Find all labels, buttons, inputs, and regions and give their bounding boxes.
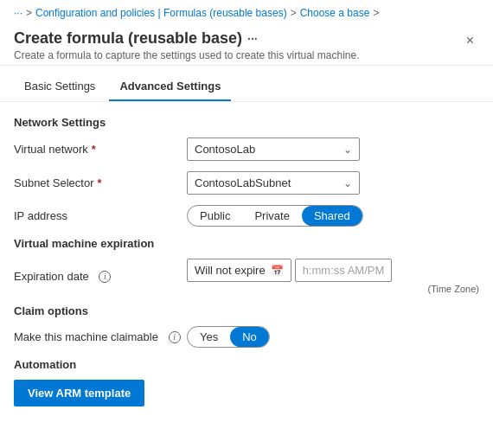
ip-option-private[interactable]: Private (242, 206, 301, 226)
timezone-note: (Time Zone) (187, 284, 479, 294)
required-star-subnet: * (98, 176, 102, 189)
subnet-value: ContosoLabSubnet (195, 176, 291, 189)
date-input-field[interactable]: Will not expire 📅 (187, 259, 291, 282)
virtual-network-value: ContosoLab (195, 143, 255, 156)
expiration-date-label: Expiration date i (14, 270, 187, 283)
claimable-label: Make this machine claimable i (14, 330, 187, 343)
network-settings-title: Network Settings (14, 116, 479, 129)
panel-title-row: Create formula (reusable base) ··· (14, 29, 360, 48)
subnet-row: Subnet Selector * ContosoLabSubnet ⌄ (14, 171, 479, 195)
date-time-row: Will not expire 📅 h:mm:ss AM/PM (187, 259, 479, 282)
claim-options-title: Claim options (14, 304, 479, 317)
vnet-chevron-icon: ⌄ (343, 144, 352, 156)
claimable-toggle-group: Yes No (187, 326, 270, 348)
claimable-no[interactable]: No (230, 327, 269, 347)
tab-basic[interactable]: Basic Settings (14, 73, 106, 101)
tab-advanced[interactable]: Advanced Settings (109, 73, 231, 101)
time-input-field[interactable]: h:mm:ss AM/PM (295, 259, 393, 282)
virtual-network-control: ContosoLab ⌄ (187, 138, 479, 161)
subnet-dropdown[interactable]: ContosoLabSubnet ⌄ (187, 171, 360, 195)
ip-option-shared[interactable]: Shared (302, 206, 362, 226)
expiration-date-control: Will not expire 📅 h:mm:ss AM/PM (Time Zo… (187, 259, 479, 294)
claim-info-icon[interactable]: i (169, 331, 181, 343)
expiration-info-icon[interactable]: i (99, 271, 111, 283)
subnet-chevron-icon: ⌄ (343, 177, 352, 189)
claimable-yes[interactable]: Yes (188, 327, 230, 347)
breadcrumb-sep3: > (373, 7, 379, 19)
ip-address-label: IP address (14, 209, 187, 222)
ip-toggle-group: Public Private Shared (187, 205, 363, 227)
virtual-network-dropdown[interactable]: ContosoLab ⌄ (187, 138, 360, 161)
breadcrumb: ··· > Configuration and policies | Formu… (0, 0, 493, 26)
expiration-title: Virtual machine expiration (14, 237, 479, 250)
panel-title-dots: ··· (247, 32, 258, 46)
breadcrumb-dots: ··· (14, 7, 22, 19)
tab-bar: Basic Settings Advanced Settings (0, 73, 493, 102)
panel-subtitle: Create a formula to capture the settings… (14, 49, 360, 61)
subnet-label: Subnet Selector * (14, 176, 187, 189)
virtual-network-label: Virtual network * (14, 143, 187, 156)
breadcrumb-sep1: > (26, 7, 32, 19)
panel-header: Create formula (reusable base) ··· Creat… (0, 26, 493, 66)
required-star-vnet: * (92, 143, 96, 156)
breadcrumb-item1[interactable]: Configuration and policies | Formulas (r… (35, 7, 287, 19)
calendar-icon: 📅 (271, 265, 284, 277)
main-content: Network Settings Virtual network * Conto… (0, 102, 493, 420)
claimable-control: Yes No (187, 326, 479, 348)
breadcrumb-sep2: > (291, 7, 297, 19)
breadcrumb-item2[interactable]: Choose a base (300, 7, 370, 19)
date-value: Will not expire (195, 264, 266, 277)
view-arm-template-button[interactable]: View ARM template (14, 380, 144, 406)
virtual-network-row: Virtual network * ContosoLab ⌄ (14, 138, 479, 161)
ip-address-control: Public Private Shared (187, 205, 479, 227)
close-button[interactable]: × (461, 31, 479, 50)
expiration-date-row: Expiration date i Will not expire 📅 h:mm… (14, 259, 479, 294)
ip-address-row: IP address Public Private Shared (14, 205, 479, 227)
ip-option-public[interactable]: Public (188, 206, 242, 226)
panel-title-text: Create formula (reusable base) (14, 29, 242, 48)
subnet-control: ContosoLabSubnet ⌄ (187, 171, 479, 195)
time-placeholder: h:mm:ss AM/PM (303, 264, 385, 277)
claimable-row: Make this machine claimable i Yes No (14, 326, 479, 348)
automation-title: Automation (14, 358, 479, 371)
